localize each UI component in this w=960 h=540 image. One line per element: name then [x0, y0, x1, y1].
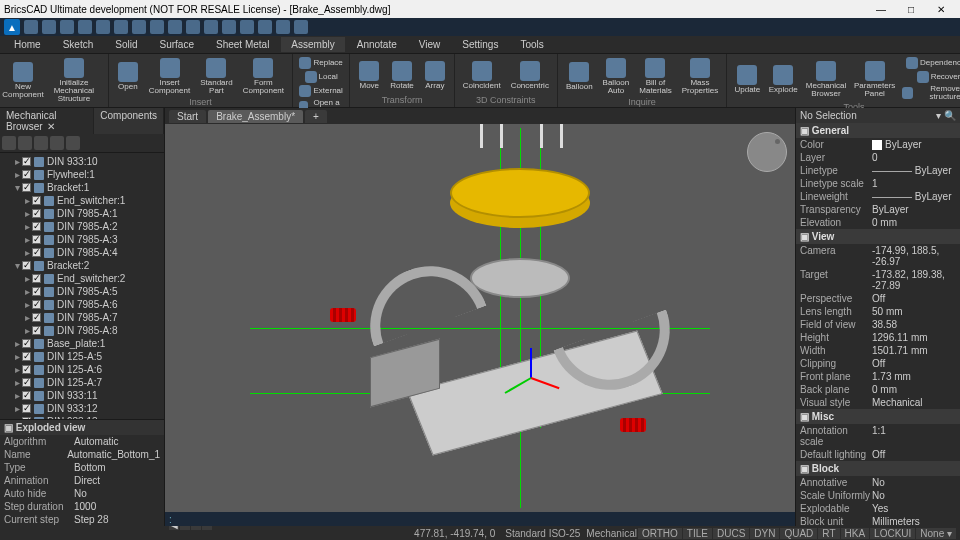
qat-icon[interactable] — [132, 20, 146, 34]
tree-node[interactable]: ▸DIN 7985-A:1 — [2, 207, 162, 220]
ribbon-form-component[interactable]: FormComponent — [239, 56, 288, 97]
panel-tab-mechanical-browser[interactable]: Mechanical Browser✕ — [0, 108, 94, 134]
ribbon-concentric[interactable]: Concentric — [507, 56, 553, 95]
close-button[interactable]: ✕ — [926, 4, 956, 15]
panel-tool-icon[interactable] — [34, 136, 48, 150]
status-toggle-tile[interactable]: TILE — [683, 528, 712, 539]
qat-icon[interactable] — [240, 20, 254, 34]
ribbon-balloon[interactable]: Balloon — [562, 56, 597, 97]
ribbon-balloon-auto[interactable]: BalloonAuto — [599, 56, 634, 97]
prop-row[interactable]: ExplodableYes — [796, 502, 960, 515]
tree-node[interactable]: ▸End_switcher:2 — [2, 272, 162, 285]
ribbon-update[interactable]: Update — [731, 56, 763, 102]
prop-row[interactable]: TypeBottom — [0, 461, 164, 474]
prop-section[interactable]: ▣ Block — [796, 461, 960, 476]
menu-settings[interactable]: Settings — [452, 37, 508, 52]
prop-row[interactable]: AnimationDirect — [0, 474, 164, 487]
menu-assembly[interactable]: Assembly — [281, 37, 344, 52]
3d-canvas[interactable] — [165, 124, 795, 512]
qat-new-icon[interactable] — [24, 20, 38, 34]
qat-print-icon[interactable] — [78, 20, 92, 34]
prop-row[interactable]: Default lightingOff — [796, 448, 960, 461]
tree-node[interactable]: ▸DIN 125-A:7 — [2, 376, 162, 389]
prop-section[interactable]: ▣ General — [796, 123, 960, 138]
ribbon-new-component[interactable]: NewComponent — [4, 56, 42, 105]
ribbon-bill-of-materials[interactable]: Bill ofMaterials — [635, 56, 675, 97]
qat-icon[interactable] — [204, 20, 218, 34]
menu-tools[interactable]: Tools — [510, 37, 553, 52]
panel-tool-icon[interactable] — [2, 136, 16, 150]
tree-node[interactable]: ▸DIN 7985-A:6 — [2, 298, 162, 311]
menu-solid[interactable]: Solid — [105, 37, 147, 52]
tree-node[interactable]: ▸DIN 933:10 — [2, 155, 162, 168]
qat-save-icon[interactable] — [60, 20, 74, 34]
prop-row[interactable]: Linetype———— ByLayer — [796, 164, 960, 177]
menu-surface[interactable]: Surface — [150, 37, 204, 52]
tree-node[interactable]: ▸DIN 7985-A:5 — [2, 285, 162, 298]
prop-section[interactable]: ▣ View — [796, 229, 960, 244]
tree-node[interactable]: ▸DIN 7985-A:2 — [2, 220, 162, 233]
status-toggle-dyn[interactable]: DYN — [750, 528, 779, 539]
menu-sketch[interactable]: Sketch — [53, 37, 104, 52]
panel-tab-components[interactable]: Components — [94, 108, 164, 134]
min-button[interactable]: — — [866, 4, 896, 15]
prop-row[interactable]: Target-173.82, 189.38, -27.89 — [796, 268, 960, 292]
prop-row[interactable]: Lineweight———— ByLayer — [796, 190, 960, 203]
tree-node[interactable]: ▸DIN 7985-A:7 — [2, 311, 162, 324]
prop-row[interactable]: AnnotativeNo — [796, 476, 960, 489]
qat-icon[interactable] — [150, 20, 164, 34]
ribbon-parameters-panel[interactable]: ParametersPanel — [851, 56, 898, 102]
qat-icon[interactable] — [258, 20, 272, 34]
tree-node[interactable]: ▸DIN 933:12 — [2, 402, 162, 415]
tree-node[interactable]: ▸DIN 7985-A:3 — [2, 233, 162, 246]
qat-icon[interactable] — [168, 20, 182, 34]
filter-icon[interactable]: ▾ 🔍 — [936, 110, 956, 121]
prop-row[interactable]: NameAutomatic_Bottom_1 — [0, 448, 164, 461]
prop-row[interactable]: AlgorithmAutomatic — [0, 435, 164, 448]
prop-row[interactable]: ClippingOff — [796, 357, 960, 370]
prop-row[interactable]: Lens length50 mm — [796, 305, 960, 318]
tree-node[interactable]: ▸Flywheel:1 — [2, 168, 162, 181]
tree-node[interactable]: ▸End_switcher:1 — [2, 194, 162, 207]
status-toggle-quad[interactable]: QUAD — [780, 528, 817, 539]
tree-node[interactable]: ▾Bracket:1 — [2, 181, 162, 194]
qat-icon[interactable] — [222, 20, 236, 34]
view-cube[interactable] — [747, 132, 787, 172]
tree-node[interactable]: ▸DIN 125-A:5 — [2, 350, 162, 363]
qat-open-icon[interactable] — [42, 20, 56, 34]
tree-node[interactable]: ▸DIN 7985-A:8 — [2, 324, 162, 337]
prop-row[interactable]: Step duration1000 — [0, 500, 164, 513]
qat-undo-icon[interactable] — [96, 20, 110, 34]
ribbon-mechanical-browser[interactable]: MechanicalBrowser — [803, 56, 849, 102]
prop-row[interactable]: Visual styleMechanical — [796, 396, 960, 409]
prop-row[interactable]: Elevation0 mm — [796, 216, 960, 229]
status-toggle-ortho[interactable]: ORTHO — [638, 528, 682, 539]
prop-row[interactable]: TransparencyByLayer — [796, 203, 960, 216]
qat-icon[interactable] — [294, 20, 308, 34]
prop-row[interactable]: Height1296.11 mm — [796, 331, 960, 344]
max-button[interactable]: □ — [896, 4, 926, 15]
tree-node[interactable]: ▸DIN 125-A:6 — [2, 363, 162, 376]
doc-tab[interactable]: Start — [169, 110, 206, 123]
menu-sheet-metal[interactable]: Sheet Metal — [206, 37, 279, 52]
prop-row[interactable]: Block unitMillimeters — [796, 515, 960, 526]
app-icon[interactable]: ▲ — [4, 19, 20, 35]
ribbon-array[interactable]: Array — [420, 56, 450, 95]
ribbon-open[interactable]: Open — [113, 56, 143, 97]
ribbon-recover[interactable]: Recover — [900, 70, 960, 84]
ribbon-rotate[interactable]: Rotate — [386, 56, 418, 95]
status-toggle-rt[interactable]: RT — [818, 528, 839, 539]
menu-annotate[interactable]: Annotate — [347, 37, 407, 52]
ribbon-explode[interactable]: Explode — [766, 56, 801, 102]
panel-tool-icon[interactable] — [66, 136, 80, 150]
qat-icon[interactable] — [276, 20, 290, 34]
prop-row[interactable]: Current stepStep 28 — [0, 513, 164, 526]
ribbon-replace[interactable]: Replace — [297, 56, 345, 70]
qat-icon[interactable] — [186, 20, 200, 34]
ribbon-initialize-mechanical-structure[interactable]: Initialize MechanicalStructure — [44, 56, 104, 105]
doc-tab[interactable]: Brake_Assembly* — [208, 110, 303, 123]
prop-row[interactable]: ColorByLayer — [796, 138, 960, 151]
prop-row[interactable]: Front plane1.73 mm — [796, 370, 960, 383]
visual-style[interactable]: Mechanical — [586, 528, 637, 539]
ribbon-coincident[interactable]: Coincident — [459, 56, 505, 95]
